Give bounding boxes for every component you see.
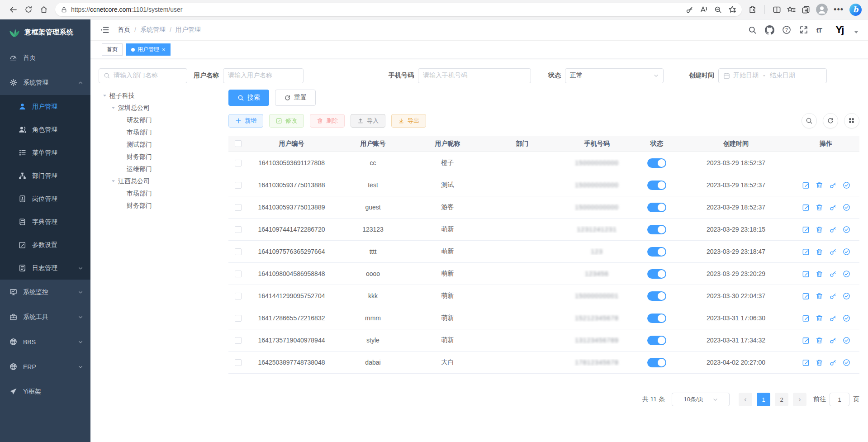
tree-node[interactable]: 市场部门 bbox=[99, 126, 222, 138]
extensions-icon[interactable] bbox=[748, 5, 757, 14]
row-checkbox[interactable] bbox=[235, 293, 242, 299]
next-page-button[interactable]: › bbox=[793, 393, 806, 406]
caret-down-icon[interactable] bbox=[111, 105, 116, 110]
sidebar-item-menu[interactable]: 菜单管理 bbox=[0, 141, 90, 164]
status-toggle[interactable] bbox=[647, 225, 666, 234]
trash-icon[interactable] bbox=[816, 204, 823, 211]
tree-node[interactable]: 研发部门 bbox=[99, 114, 222, 126]
sidebar-item-user[interactable]: 用户管理 bbox=[0, 95, 90, 118]
check-circle-icon[interactable] bbox=[843, 270, 850, 278]
sidebar-item-param[interactable]: 参数设置 bbox=[0, 233, 90, 257]
edit-icon[interactable] bbox=[802, 292, 810, 300]
split-screen-icon[interactable] bbox=[773, 5, 781, 14]
page-size-select[interactable]: 10条/页 bbox=[672, 393, 730, 406]
edit-icon[interactable] bbox=[802, 270, 810, 278]
sidebar-item-dept[interactable]: 部门管理 bbox=[0, 164, 90, 187]
tree-node[interactable]: 橙子科技 bbox=[99, 90, 222, 102]
dept-search-input[interactable]: 请输入部门名称 bbox=[99, 68, 187, 83]
row-checkbox[interactable] bbox=[235, 226, 242, 233]
prev-page-button[interactable]: ‹ bbox=[739, 393, 752, 406]
table-search-button[interactable] bbox=[802, 113, 817, 128]
edit-icon[interactable] bbox=[802, 248, 810, 256]
goto-page-input[interactable] bbox=[830, 393, 849, 406]
tree-node[interactable]: 深圳总公司 bbox=[99, 102, 222, 114]
status-select[interactable]: 正常 bbox=[565, 68, 664, 83]
check-circle-icon[interactable] bbox=[843, 314, 850, 322]
breadcrumb-item[interactable]: 用户管理 bbox=[175, 26, 201, 34]
check-circle-icon[interactable] bbox=[843, 226, 850, 233]
check-circle-icon[interactable] bbox=[843, 337, 850, 344]
tab-user[interactable]: 用户管理× bbox=[126, 43, 171, 56]
import-button[interactable]: 导入 bbox=[351, 114, 385, 128]
reset-button[interactable]: 重置 bbox=[275, 90, 316, 106]
edit-icon[interactable] bbox=[802, 204, 810, 211]
row-checkbox[interactable] bbox=[235, 337, 242, 344]
address-bar[interactable]: https://ccnetcore.com:1101/system/user bbox=[55, 3, 742, 16]
caret-down-icon[interactable] bbox=[102, 93, 107, 98]
breadcrumb-item[interactable]: 系统管理 bbox=[140, 26, 166, 34]
password-key-icon[interactable] bbox=[686, 6, 693, 14]
add-favorite-icon[interactable] bbox=[728, 5, 736, 14]
avatar-dropdown-caret-icon[interactable] bbox=[854, 31, 858, 33]
key-icon[interactable] bbox=[829, 314, 837, 322]
tree-node[interactable]: 测试部门 bbox=[99, 138, 222, 151]
date-range-picker[interactable]: 开始日期 - 结束日期 bbox=[718, 68, 827, 83]
table-refresh-button[interactable] bbox=[823, 113, 838, 128]
edit-icon[interactable] bbox=[802, 226, 810, 233]
back-button[interactable] bbox=[6, 3, 20, 16]
status-toggle[interactable] bbox=[647, 269, 666, 279]
key-icon[interactable] bbox=[829, 270, 837, 278]
status-toggle[interactable] bbox=[647, 336, 666, 345]
row-checkbox[interactable] bbox=[235, 204, 242, 211]
tree-node[interactable]: 江西总公司 bbox=[99, 175, 222, 187]
select-all-checkbox[interactable] bbox=[235, 140, 242, 147]
status-toggle[interactable] bbox=[647, 203, 666, 212]
phone-input[interactable]: 请输入手机号码 bbox=[418, 68, 531, 83]
row-checkbox[interactable] bbox=[235, 182, 242, 189]
refresh-button[interactable] bbox=[22, 3, 35, 16]
copilot-icon[interactable]: b bbox=[849, 4, 862, 16]
row-checkbox[interactable] bbox=[235, 160, 242, 166]
check-circle-icon[interactable] bbox=[843, 181, 850, 189]
sidebar-item-erp[interactable]: ERP bbox=[0, 354, 90, 379]
check-circle-icon[interactable] bbox=[843, 292, 850, 300]
search-button[interactable]: 搜索 bbox=[228, 90, 269, 106]
trash-icon[interactable] bbox=[816, 248, 823, 256]
sidebar-item-tools[interactable]: 系统工具 bbox=[0, 304, 90, 329]
status-toggle[interactable] bbox=[647, 181, 666, 190]
tree-node[interactable]: 市场部门 bbox=[99, 187, 222, 200]
export-button[interactable]: 导出 bbox=[391, 114, 426, 128]
add-button[interactable]: 新增 bbox=[228, 114, 263, 128]
edit-icon[interactable] bbox=[802, 314, 810, 322]
sidebar-item-dict[interactable]: 字典管理 bbox=[0, 210, 90, 233]
github-icon[interactable] bbox=[765, 25, 774, 35]
fullscreen-icon[interactable] bbox=[799, 25, 809, 35]
favorites-icon[interactable] bbox=[787, 5, 796, 14]
edit-icon[interactable] bbox=[802, 359, 810, 366]
row-checkbox[interactable] bbox=[235, 315, 242, 322]
edit-icon[interactable] bbox=[802, 337, 810, 344]
sidebar-item-bbs[interactable]: BBS bbox=[0, 329, 90, 354]
profile-avatar[interactable] bbox=[816, 4, 828, 15]
home-button[interactable] bbox=[37, 3, 51, 16]
tab-home[interactable]: 首页 bbox=[102, 43, 123, 56]
delete-button[interactable]: 删除 bbox=[310, 114, 345, 128]
font-size-icon[interactable]: tT bbox=[816, 26, 822, 34]
key-icon[interactable] bbox=[829, 292, 837, 300]
sidebar-item-monitor[interactable]: 系统监控 bbox=[0, 280, 90, 304]
key-icon[interactable] bbox=[829, 337, 837, 344]
status-toggle[interactable] bbox=[647, 247, 666, 257]
tree-node[interactable]: 财务部门 bbox=[99, 200, 222, 212]
sidebar-item-yiframe[interactable]: Yi框架 bbox=[0, 379, 90, 404]
modify-button[interactable]: 修改 bbox=[269, 114, 304, 128]
sidebar-item-home[interactable]: 首页 bbox=[0, 45, 90, 70]
caret-down-icon[interactable] bbox=[111, 179, 116, 184]
check-circle-icon[interactable] bbox=[843, 248, 850, 256]
header-search-icon[interactable] bbox=[748, 25, 757, 35]
read-aloud-icon[interactable] bbox=[700, 5, 708, 14]
key-icon[interactable] bbox=[829, 226, 837, 233]
collections-icon[interactable] bbox=[802, 5, 810, 14]
more-menu-icon[interactable]: ••• bbox=[834, 5, 844, 14]
column-settings-button[interactable] bbox=[844, 113, 859, 128]
row-checkbox[interactable] bbox=[235, 271, 242, 277]
